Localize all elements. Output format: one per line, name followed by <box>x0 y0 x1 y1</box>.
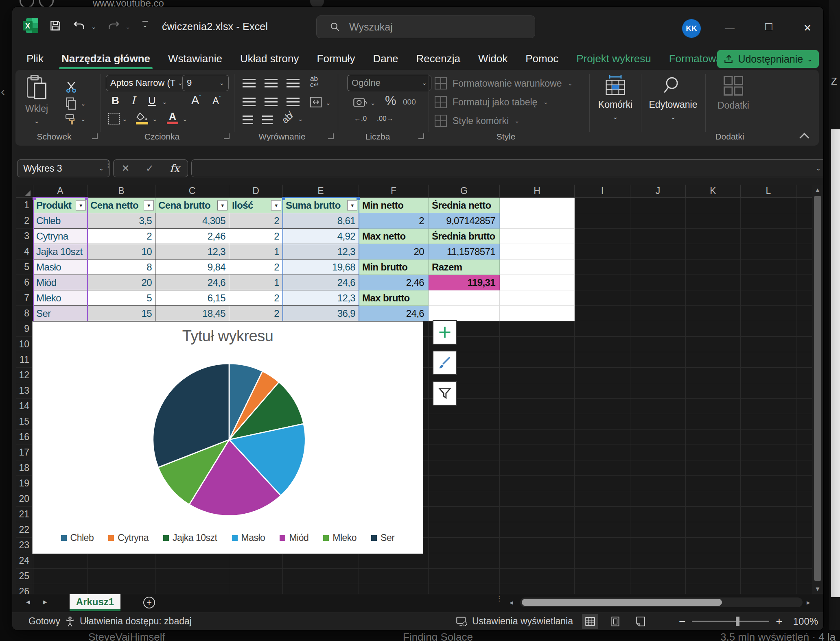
cell-H19[interactable] <box>500 476 575 491</box>
cell-X2[interactable] <box>796 213 813 229</box>
cell-B3[interactable]: 2 <box>88 229 155 244</box>
cell-F5[interactable]: Min brutto <box>359 259 429 275</box>
cell-I8[interactable] <box>575 306 630 321</box>
cell-L1[interactable] <box>741 198 796 213</box>
filter-button-A[interactable]: ▾ <box>76 200 86 210</box>
cell-X3[interactable] <box>796 229 813 244</box>
row-header-20[interactable]: 20 <box>16 491 33 507</box>
cell-L9[interactable] <box>741 321 796 337</box>
row-header-22[interactable]: 22 <box>16 522 33 538</box>
cell-X25[interactable] <box>796 569 813 584</box>
ribbon-tab-widok[interactable]: Widok <box>478 52 508 65</box>
cell-K18[interactable] <box>686 460 741 476</box>
row-header-1[interactable]: 1 <box>16 198 33 213</box>
cell-L14[interactable] <box>741 399 796 414</box>
cell-L24[interactable] <box>741 553 796 569</box>
cell-C26[interactable] <box>155 584 229 594</box>
cell-D25[interactable] <box>229 569 283 584</box>
page-break-view-button[interactable] <box>632 614 649 629</box>
cell-J22[interactable] <box>630 522 686 538</box>
cell-J20[interactable] <box>630 491 686 507</box>
cell-I25[interactable] <box>575 569 630 584</box>
increase-font-button[interactable]: Aˆ <box>191 94 201 107</box>
cell-C24[interactable] <box>155 553 229 569</box>
minimize-button[interactable]: — <box>722 22 738 34</box>
cell-H15[interactable] <box>500 414 575 430</box>
cell-J9[interactable] <box>630 321 686 337</box>
vertical-scrollbar[interactable]: ▲ ▼ <box>812 185 823 594</box>
cell-H14[interactable] <box>500 399 575 414</box>
cell-G20[interactable] <box>429 491 500 507</box>
cell-L23[interactable] <box>741 538 796 553</box>
share-button[interactable]: Udostępnianie ⌄ <box>717 50 819 68</box>
cell-J4[interactable] <box>630 244 686 259</box>
cell-K17[interactable] <box>686 445 741 460</box>
cell-H8[interactable] <box>500 306 575 321</box>
cell-X15[interactable] <box>796 414 813 430</box>
cell-F24[interactable] <box>359 553 429 569</box>
scroll-up-arrow[interactable]: ▲ <box>812 186 823 193</box>
scrollbar-resize-dots[interactable]: ⋮ <box>496 597 501 600</box>
underline-button[interactable]: U <box>148 94 156 107</box>
chart-elements-button[interactable] <box>433 320 457 344</box>
cell-X4[interactable] <box>796 244 813 259</box>
cell-I20[interactable] <box>575 491 630 507</box>
cell-C2[interactable]: 4,305 <box>155 213 229 229</box>
cell-L15[interactable] <box>741 414 796 430</box>
column-header-partial[interactable] <box>796 185 813 198</box>
cell-J5[interactable] <box>630 259 686 275</box>
cell-L8[interactable] <box>741 306 796 321</box>
cell-H7[interactable] <box>500 290 575 306</box>
cells-button[interactable]: Komórki ⌄ <box>597 75 634 121</box>
cell-G15[interactable] <box>429 414 500 430</box>
insert-function-icon[interactable]: fx <box>170 162 179 174</box>
number-dialog-launcher-icon[interactable] <box>418 133 424 139</box>
cell-A6[interactable]: Miód <box>33 275 88 290</box>
cell-G3[interactable]: Średnia brutto <box>429 229 500 244</box>
cell-I5[interactable] <box>575 259 630 275</box>
cell-J3[interactable] <box>630 229 686 244</box>
cell-B5[interactable]: 8 <box>88 259 155 275</box>
column-header-G[interactable]: G <box>429 185 500 198</box>
cell-G23[interactable] <box>429 538 500 553</box>
paste-button[interactable]: Wklej ⌄ <box>25 75 48 125</box>
cell-E24[interactable] <box>283 553 359 569</box>
search-input[interactable]: Wyszukaj <box>316 15 535 38</box>
comma-style-button[interactable]: 000 <box>403 98 416 107</box>
decrease-indent-icon[interactable] <box>243 116 253 124</box>
fill-color-chevron[interactable]: ⌄ <box>152 116 158 123</box>
cell-J25[interactable] <box>630 569 686 584</box>
cell-K15[interactable] <box>686 414 741 430</box>
cell-I3[interactable] <box>575 229 630 244</box>
ribbon-tab-pomoc[interactable]: Pomoc <box>525 52 558 65</box>
underline-chevron[interactable]: ⌄ <box>162 98 167 106</box>
cell-K20[interactable] <box>686 491 741 507</box>
cell-I19[interactable] <box>575 476 630 491</box>
cell-L25[interactable] <box>741 569 796 584</box>
cell-A7[interactable]: Mleko <box>33 290 88 306</box>
cell-A4[interactable]: Jajka 10szt <box>33 244 88 259</box>
cell-I17[interactable] <box>575 445 630 460</box>
row-header-2[interactable]: 2 <box>16 213 33 229</box>
cell-I22[interactable] <box>575 522 630 538</box>
filter-button-D[interactable]: ▾ <box>271 200 281 210</box>
row-header-13[interactable]: 13 <box>16 383 33 399</box>
cell-F8[interactable]: 24,6 <box>359 306 429 321</box>
select-all-corner[interactable] <box>16 185 33 198</box>
zoom-slider-thumb[interactable] <box>736 617 739 626</box>
cell-L11[interactable] <box>741 352 796 368</box>
cell-I1[interactable] <box>575 198 630 213</box>
cell-C3[interactable]: 2,46 <box>155 229 229 244</box>
cell-L19[interactable] <box>741 476 796 491</box>
cell-A26[interactable] <box>33 584 88 594</box>
cell-H25[interactable] <box>500 569 575 584</box>
row-header-18[interactable]: 18 <box>16 460 33 476</box>
collapse-ribbon-chevron[interactable] <box>799 133 809 142</box>
cell-A1[interactable]: Produkt▾ <box>33 198 88 213</box>
cell-J21[interactable] <box>630 507 686 522</box>
cell-H11[interactable] <box>500 352 575 368</box>
cell-K2[interactable] <box>686 213 741 229</box>
cell-H1[interactable] <box>500 198 575 213</box>
cancel-entry-icon[interactable]: ✕ <box>122 163 130 174</box>
cell-E5[interactable]: 19,68 <box>283 259 359 275</box>
